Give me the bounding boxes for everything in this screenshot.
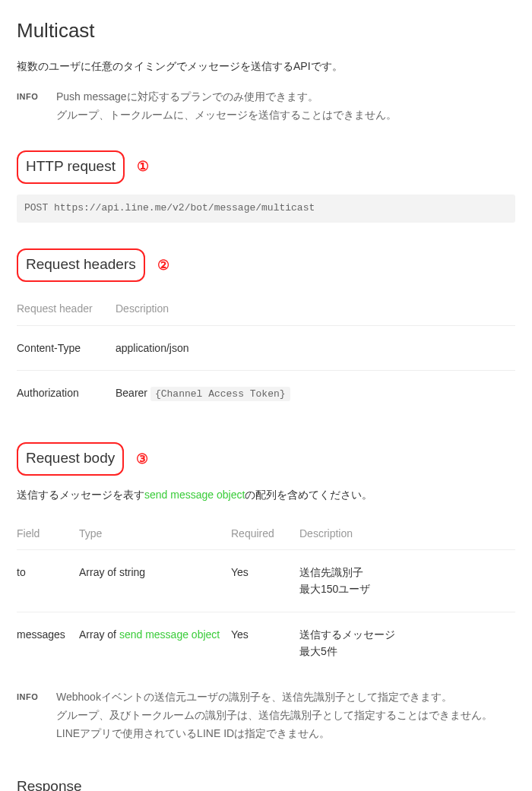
http-request-code: POST https://api.line.me/v2/bot/message/… <box>17 195 515 223</box>
heading-request-body: Request body <box>17 442 124 476</box>
section-request-body: Request body ③ <box>17 442 515 476</box>
section-request-headers: Request headers ② <box>17 248 515 282</box>
table-header: Field <box>17 517 79 550</box>
table-row: to Array of string Yes 送信先識別子 最大150ユーザ <box>17 549 515 612</box>
heading-response: Response <box>17 775 515 791</box>
info-block-top: INFO Push messageに対応するプランでのみ使用できます。 グループ… <box>17 88 515 125</box>
cell-header: Content-Type <box>17 325 116 370</box>
link-send-message-object[interactable]: send message object <box>144 489 245 501</box>
info-text: Push messageに対応するプランでのみ使用できます。 グループ、トークル… <box>56 88 397 125</box>
info-text: Webhookイベントの送信元ユーザの識別子を、送信先識別子として指定できます。… <box>56 688 492 742</box>
info-block-bottom: INFO Webhookイベントの送信元ユーザの識別子を、送信先識別子として指定… <box>17 688 515 742</box>
table-row: Authorization Bearer {Channel Access Tok… <box>17 370 515 416</box>
cell-type: Array of string <box>79 549 231 612</box>
heading-request-headers: Request headers <box>17 248 145 282</box>
page-description: 複数のユーザに任意のタイミングでメッセージを送信するAPIです。 <box>17 58 515 74</box>
table-header: Type <box>79 517 231 550</box>
request-body-table: Field Type Required Description to Array… <box>17 517 515 674</box>
cell-field: messages <box>17 612 79 673</box>
cell-required: Yes <box>231 549 299 612</box>
table-header: Description <box>116 293 515 325</box>
info-label: INFO <box>17 688 47 704</box>
table-header: Description <box>299 517 515 550</box>
cell-desc: application/json <box>116 325 515 370</box>
inline-code: {Channel Access Token} <box>150 387 290 401</box>
cell-type: Array of send message object <box>79 612 231 673</box>
table-row: Content-Type application/json <box>17 325 515 370</box>
annotation-number-2: ② <box>157 255 169 277</box>
cell-required: Yes <box>231 612 299 673</box>
table-header: Required <box>231 517 299 550</box>
table-row: messages Array of send message object Ye… <box>17 612 515 673</box>
request-body-intro: 送信するメッセージを表すsend message objectの配列を含めてくだ… <box>17 486 515 503</box>
cell-desc: Bearer {Channel Access Token} <box>116 370 515 416</box>
cell-field: to <box>17 549 79 612</box>
cell-desc: 送信先識別子 最大150ユーザ <box>299 549 515 612</box>
request-headers-table: Request header Description Content-Type … <box>17 293 515 416</box>
annotation-number-3: ③ <box>136 448 148 470</box>
heading-http-request: HTTP request <box>17 150 125 184</box>
annotation-number-1: ① <box>137 156 149 178</box>
link-send-message-object[interactable]: send message object <box>119 628 220 641</box>
section-http-request: HTTP request ① <box>17 150 515 184</box>
table-header: Request header <box>17 293 116 325</box>
page-title: Multicast <box>17 15 515 47</box>
cell-desc: 送信するメッセージ 最大5件 <box>299 612 515 673</box>
info-label: INFO <box>17 88 47 104</box>
cell-header: Authorization <box>17 370 116 416</box>
